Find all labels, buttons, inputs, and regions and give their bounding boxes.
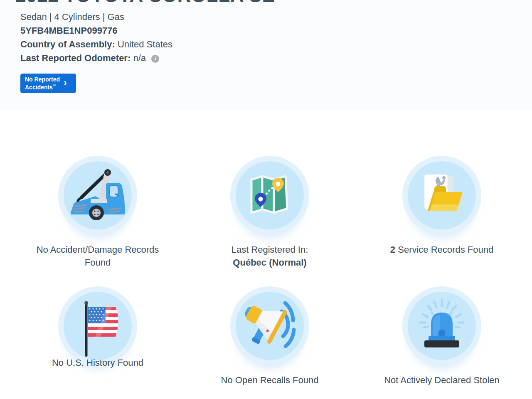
tile-us-history-label: No U.S. History Found	[52, 356, 143, 369]
tile-open-recalls-label: No Open Recalls Found	[221, 374, 319, 387]
vehicle-header: 2022 TOYOTA COROLLA SE Sedan | 4 Cylinde…	[0, 0, 532, 110]
chevron-right-icon: ›	[64, 79, 67, 88]
country-of-assembly-line: Country of Assembly: United States	[20, 37, 532, 51]
tile-open-recalls: No Open Recalls Found	[185, 286, 355, 387]
tile-last-registered: Last Registered In: Québec (Normal)	[185, 156, 355, 269]
tile-accident-damage: No Accident/Damage Records Found	[12, 156, 183, 269]
vehicle-subtitle: Sedan | 4 Cylinders | Gas	[20, 10, 532, 24]
us-flag-icon	[64, 292, 132, 360]
tile-service-records: 2 Service Records Found	[357, 156, 527, 269]
service-record-count: 2	[390, 244, 395, 255]
tile-declared-stolen-label: Not Actively Declared Stolen	[384, 374, 500, 387]
tile-service-records-label: 2 Service Records Found	[390, 243, 493, 256]
no-reported-accidents-label: No Reported Accidents™	[25, 76, 60, 91]
tile-last-registered-label: Last Registered In: Québec (Normal)	[232, 243, 308, 269]
siren-icon	[408, 292, 476, 360]
tile-declared-stolen: Not Actively Declared Stolen	[357, 286, 527, 387]
vin-number: 5YFB4MBE1NP099776	[20, 24, 532, 37]
megaphone-icon	[236, 292, 304, 360]
info-icon[interactable]: i	[151, 55, 159, 63]
odometer-value: n/a	[133, 53, 146, 63]
tow-truck-icon	[64, 161, 132, 229]
service-folder-icon	[408, 161, 476, 229]
odometer-line: Last Reported Odometer: n/a i	[20, 51, 532, 65]
country-of-assembly-value: United States	[118, 39, 172, 49]
odometer-label: Last Reported Odometer:	[20, 53, 131, 63]
summary-tiles: No Accident/Damage Records Found	[0, 110, 532, 387]
no-reported-accidents-button[interactable]: No Reported Accidents™ ›	[20, 74, 76, 93]
vehicle-title: 2022 TOYOTA COROLLA SE	[15, 0, 532, 7]
tile-accident-damage-label: No Accident/Damage Records Found	[37, 243, 159, 269]
country-of-assembly-label: Country of Assembly:	[20, 39, 115, 49]
map-icon	[236, 161, 304, 229]
tile-us-history: No U.S. History Found	[12, 286, 183, 387]
vehicle-history-report: 2022 TOYOTA COROLLA SE Sedan | 4 Cylinde…	[0, 0, 532, 399]
